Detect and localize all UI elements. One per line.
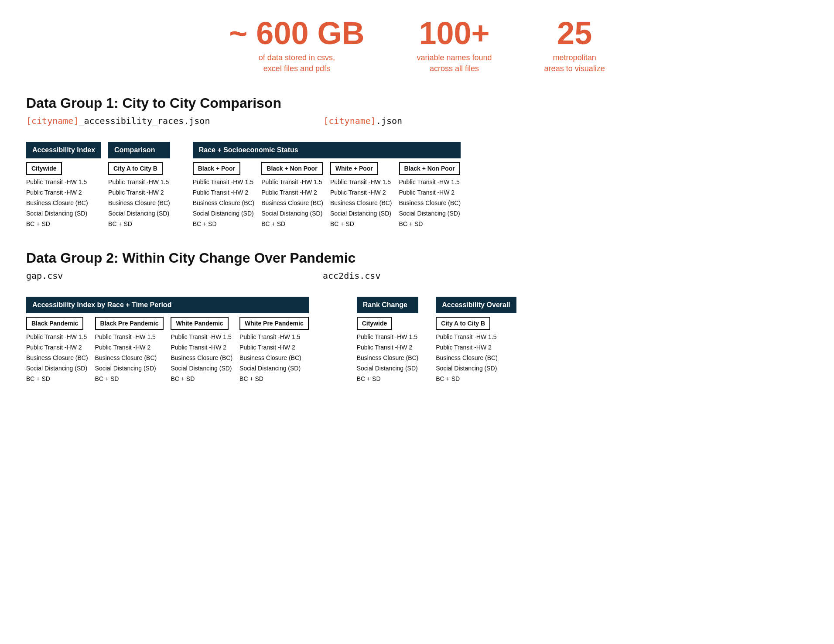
list-item: Public Transit -HW 1.5 xyxy=(26,177,101,187)
data-group-1: Data Group 1: City to City Comparison [c… xyxy=(26,95,808,229)
list-item: Business Closure (BC) xyxy=(108,198,170,208)
group1-file1-label: [cityname]_accessibility_races.json xyxy=(26,116,210,126)
table-acc-index-race-time: Accessibility Index by Race + Time Perio… xyxy=(26,297,309,384)
group1-tables: Accessibility Index Citywide Public Tran… xyxy=(26,142,808,229)
table-comparison: Comparison City A to City B Public Trans… xyxy=(108,142,170,229)
list-item: Business Closure (BC) xyxy=(95,353,164,363)
list-item: BC + SD xyxy=(26,219,101,229)
table-black-pandemic-subheader: Black Pandemic xyxy=(26,317,83,330)
list-item: BC + SD xyxy=(239,373,309,384)
list-item: Business Closure (BC) xyxy=(399,198,461,208)
table-accessibility-overall-header: Accessibility Overall xyxy=(436,297,516,313)
list-item: Public Transit -HW 2 xyxy=(357,342,419,353)
list-item: Social Distancing (SD) xyxy=(171,363,232,373)
list-item: BC + SD xyxy=(357,373,419,384)
table-black-poor-subheader: Black + Poor xyxy=(193,162,240,175)
table-white-pandemic: White Pandemic Public Transit -HW 1.5 Pu… xyxy=(171,313,232,384)
list-item: Public Transit -HW 1.5 xyxy=(239,332,309,342)
list-item: Public Transit -HW 2 xyxy=(399,187,461,198)
stat-variables-desc: variable names foundacross all files xyxy=(417,52,492,74)
list-item: Social Distancing (SD) xyxy=(357,363,419,373)
table-white-pre-pandemic: White Pre Pandemic Public Transit -HW 1.… xyxy=(239,313,309,384)
table-black-pre-pandemic: Black Pre Pandemic Public Transit -HW 1.… xyxy=(95,313,164,384)
list-item: Public Transit -HW 1.5 xyxy=(399,177,461,187)
stat-metros: 25 metropolitanareas to visualize xyxy=(544,17,605,74)
table-accessibility-overall: Accessibility Overall City A to City B P… xyxy=(436,297,516,384)
list-item: BC + SD xyxy=(108,219,170,229)
list-item: Business Closure (BC) xyxy=(193,198,255,208)
list-item: Public Transit -HW 1.5 xyxy=(436,332,516,342)
list-item: BC + SD xyxy=(436,373,516,384)
list-item: Public Transit -HW 1.5 xyxy=(330,177,392,187)
table-acc-index-race-time-columns: Black Pandemic Public Transit -HW 1.5 Pu… xyxy=(26,313,309,384)
table-accessibility-index-header: Accessibility Index xyxy=(26,142,101,158)
list-item: Social Distancing (SD) xyxy=(95,363,164,373)
list-item: Business Closure (BC) xyxy=(171,353,232,363)
table-comparison-items: Public Transit -HW 1.5 Public Transit -H… xyxy=(108,177,170,229)
list-item: Business Closure (BC) xyxy=(26,198,101,208)
list-item: Public Transit -HW 2 xyxy=(26,342,88,353)
list-item: Business Closure (BC) xyxy=(330,198,392,208)
table-rank-change-header: Rank Change xyxy=(357,297,419,313)
table-accessibility-index-items: Public Transit -HW 1.5 Public Transit -H… xyxy=(26,177,101,229)
stat-metros-number: 25 xyxy=(544,17,605,49)
table-rank-change-subheader: Citywide xyxy=(357,317,393,330)
stats-row: ~ 600 GB of data stored in csvs,excel fi… xyxy=(26,17,808,74)
list-item: Social Distancing (SD) xyxy=(261,208,323,219)
list-item: Public Transit -HW 2 xyxy=(193,187,255,198)
table-accessibility-index: Accessibility Index Citywide Public Tran… xyxy=(26,142,101,229)
table-rank-change: Rank Change Citywide Public Transit -HW … xyxy=(357,297,419,384)
list-item: Public Transit -HW 1.5 xyxy=(261,177,323,187)
table-black-poor: Black + Poor Public Transit -HW 1.5 Publ… xyxy=(193,158,255,229)
table-acc-index-race-time-header: Accessibility Index by Race + Time Perio… xyxy=(26,297,309,313)
list-item: BC + SD xyxy=(95,373,164,384)
table-white-pandemic-subheader: White Pandemic xyxy=(171,317,228,330)
list-item: Public Transit -HW 2 xyxy=(239,342,309,353)
group2-left-file-label: gap.csv xyxy=(26,271,323,281)
list-item: Social Distancing (SD) xyxy=(239,363,309,373)
stat-storage-desc: of data stored in csvs,excel files and p… xyxy=(229,52,364,74)
table-comparison-subheader: City A to City B xyxy=(108,162,163,175)
group2-title: Data Group 2: Within City Change Over Pa… xyxy=(26,250,808,266)
list-item: Social Distancing (SD) xyxy=(108,208,170,219)
stat-metros-desc: metropolitanareas to visualize xyxy=(544,52,605,74)
list-item: BC + SD xyxy=(399,219,461,229)
list-item: Public Transit -HW 1.5 xyxy=(357,332,419,342)
list-item: Public Transit -HW 2 xyxy=(108,187,170,198)
list-item: Public Transit -HW 1.5 xyxy=(171,332,232,342)
group1-title: Data Group 1: City to City Comparison xyxy=(26,95,808,111)
list-item: Public Transit -HW 2 xyxy=(95,342,164,353)
list-item: Social Distancing (SD) xyxy=(26,363,88,373)
list-item: Public Transit -HW 1.5 xyxy=(108,177,170,187)
list-item: Public Transit -HW 2 xyxy=(436,342,516,353)
group1-file2-label: [cityname].json xyxy=(323,116,402,126)
list-item: Public Transit -HW 2 xyxy=(171,342,232,353)
list-item: Public Transit -HW 2 xyxy=(26,187,101,198)
table-race-ses-header: Race + Socioeconomic Status xyxy=(193,142,461,158)
list-item: Business Closure (BC) xyxy=(261,198,323,208)
list-item: Public Transit -HW 1.5 xyxy=(95,332,164,342)
stat-storage-number: ~ 600 GB xyxy=(229,17,364,49)
list-item: Business Closure (BC) xyxy=(26,353,88,363)
table-white-pre-pandemic-subheader: White Pre Pandemic xyxy=(239,317,309,330)
list-item: Business Closure (BC) xyxy=(436,353,516,363)
list-item: BC + SD xyxy=(171,373,232,384)
list-item: Public Transit -HW 1.5 xyxy=(26,332,88,342)
table-black-non-poor-2: Black + Non Poor Public Transit -HW 1.5 … xyxy=(399,158,461,229)
list-item: Social Distancing (SD) xyxy=(330,208,392,219)
stat-variables-number: 100+ xyxy=(417,17,492,49)
table-comparison-header: Comparison xyxy=(108,142,170,158)
group2-right-file-label: acc2dis.csv xyxy=(323,271,380,281)
list-item: Social Distancing (SD) xyxy=(193,208,255,219)
data-group-2: Data Group 2: Within City Change Over Pa… xyxy=(26,250,808,384)
table-accessibility-overall-subheader: City A to City B xyxy=(436,317,490,330)
list-item: Business Closure (BC) xyxy=(239,353,309,363)
list-item: Business Closure (BC) xyxy=(357,353,419,363)
table-black-pre-pandemic-subheader: Black Pre Pandemic xyxy=(95,317,164,330)
list-item: Public Transit -HW 2 xyxy=(261,187,323,198)
list-item: Public Transit -HW 2 xyxy=(330,187,392,198)
list-item: BC + SD xyxy=(261,219,323,229)
table-black-pandemic: Black Pandemic Public Transit -HW 1.5 Pu… xyxy=(26,313,88,384)
table-black-non-poor: Black + Non Poor Public Transit -HW 1.5 … xyxy=(261,158,323,229)
list-item: Social Distancing (SD) xyxy=(26,208,101,219)
